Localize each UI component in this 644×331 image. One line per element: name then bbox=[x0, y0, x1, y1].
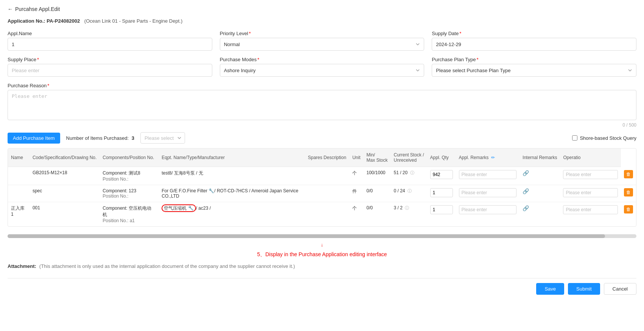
row3-internal-remarks-input[interactable] bbox=[563, 205, 618, 214]
row1-appl-remarks-link: 🔗 bbox=[520, 167, 560, 185]
form-row-2: Supply Place* Purchase Modes* Ashore Inq… bbox=[8, 57, 636, 77]
attachment-note: (This attachment is only used as the int… bbox=[39, 263, 295, 269]
row2-link-icon[interactable]: 🔗 bbox=[523, 188, 529, 194]
col-components: Components/Position No. bbox=[100, 148, 159, 167]
purchase-plan-type-group: Purchase Plan Type* Please select Purcha… bbox=[432, 57, 636, 77]
supply-place-group: Supply Place* bbox=[8, 57, 212, 77]
row3-delete-button[interactable]: 🗑 bbox=[624, 205, 633, 213]
supply-date-group: Supply Date* bbox=[432, 31, 636, 51]
save-button[interactable]: Save bbox=[536, 283, 564, 295]
row3-internal-remarks bbox=[560, 202, 621, 227]
row2-component: Component: 123 Position No.: bbox=[100, 185, 159, 202]
col-current: Current Stock /Unreceived bbox=[390, 148, 427, 167]
cancel-button[interactable]: Cancel bbox=[604, 283, 636, 295]
appl-name-label: Appl.Name bbox=[8, 31, 212, 36]
row3-appl-remarks-input[interactable] bbox=[459, 205, 517, 214]
row2-appl-remarks-input[interactable] bbox=[459, 188, 517, 197]
row1-spares bbox=[305, 167, 349, 185]
row2-eqpt: For G/E F.O.Fine Filter 🔧/ ROT-CD-7HCS /… bbox=[159, 185, 305, 202]
row3-qty bbox=[427, 202, 456, 227]
row3-info-icon: ⓘ bbox=[405, 206, 409, 210]
row1-appl-remarks bbox=[456, 167, 520, 185]
col-unit: Unit bbox=[349, 148, 363, 167]
priority-level-select[interactable]: Normal Urgent Low bbox=[220, 38, 425, 51]
row3-link-icon[interactable]: 🔗 bbox=[523, 205, 529, 211]
row1-minmax: 100/1000 bbox=[363, 167, 390, 185]
row1-operation: 🗑 bbox=[621, 167, 636, 185]
back-label: Purcahse Appl.Edit bbox=[15, 6, 60, 12]
row2-name bbox=[8, 185, 30, 202]
horizontal-scrollbar-track[interactable] bbox=[8, 234, 636, 238]
row1-qty-input[interactable] bbox=[430, 170, 453, 179]
submit-button[interactable]: Submit bbox=[568, 283, 600, 295]
appl-name-group: Appl.Name bbox=[8, 31, 212, 51]
row3-minmax: 0/0 bbox=[363, 202, 390, 227]
supply-place-input[interactable] bbox=[8, 64, 212, 77]
col-minmax: Min/Max Stock bbox=[363, 148, 390, 167]
row2-appl-remarks-link: 🔗 bbox=[520, 185, 560, 202]
table-header-row: Name Code/Specification/Drawing No. Comp… bbox=[8, 148, 636, 167]
row1-info-icon: ⓘ bbox=[410, 170, 414, 175]
row2-minmax: 0/0 bbox=[363, 185, 390, 202]
app-no-value: PA-P24082002 bbox=[47, 18, 80, 24]
row2-current: 0 / 24 ⓘ bbox=[390, 185, 427, 202]
add-purchase-item-button[interactable]: Add Purchase Item bbox=[8, 133, 60, 144]
row3-operation: 🗑 bbox=[621, 202, 636, 227]
row2-internal-remarks-input[interactable] bbox=[563, 188, 618, 197]
col-code: Code/Specification/Drawing No. bbox=[30, 148, 100, 167]
row3-appl-remarks-link: 🔗 bbox=[520, 202, 560, 227]
col-eqpt: Eqpt. Name/Type/Manufacturer bbox=[159, 148, 305, 167]
row2-qty-input[interactable] bbox=[430, 188, 453, 197]
col-appl-remarks: Appl. Remarks ✏ bbox=[456, 148, 520, 167]
app-no-desc: (Ocean Link 01 - Spare Parts - Engine De… bbox=[84, 18, 182, 24]
supply-date-input[interactable] bbox=[432, 38, 636, 51]
attachment-label: Attachment: bbox=[8, 263, 36, 269]
supply-date-label: Supply Date* bbox=[432, 31, 636, 36]
purchase-items-table: Name Code/Specification/Drawing No. Comp… bbox=[8, 148, 636, 227]
row3-appl-remarks bbox=[456, 202, 520, 227]
items-count-label: Number of Items Purchased: 3 bbox=[66, 135, 134, 141]
row1-component: Component: 测试8 Position No.: bbox=[100, 167, 159, 185]
shore-stock-checkbox[interactable] bbox=[572, 135, 577, 141]
row1-delete-button[interactable]: 🗑 bbox=[624, 170, 633, 178]
items-filter-select[interactable]: Please select bbox=[140, 132, 185, 144]
row1-link-icon[interactable]: 🔗 bbox=[523, 170, 529, 176]
char-count: 0 / 500 bbox=[8, 122, 636, 128]
row1-appl-remarks-input[interactable] bbox=[459, 170, 517, 179]
row2-delete-button[interactable]: 🗑 bbox=[624, 188, 633, 196]
purchase-reason-group: Purchase Reason* 0 / 500 bbox=[8, 83, 636, 128]
annotation-step-label: 5、Display in the Purchase Application ed… bbox=[8, 249, 636, 263]
appl-remarks-edit-icon[interactable]: ✏ bbox=[491, 155, 495, 160]
supply-place-label: Supply Place* bbox=[8, 57, 212, 62]
row3-qty-input[interactable] bbox=[430, 205, 453, 214]
priority-level-label: Priority Level* bbox=[220, 31, 425, 36]
row1-code: GB2015-M12×18 bbox=[30, 167, 100, 185]
row1-eqpt: test8/ 互海8号泵 / 无 bbox=[159, 167, 305, 185]
row2-internal-remarks bbox=[560, 185, 621, 202]
col-appl-qty: Appl. Qty bbox=[427, 148, 456, 167]
purchase-modes-select[interactable]: Ashore Inquiry Tender Direct bbox=[220, 64, 425, 77]
row2-appl-remarks bbox=[456, 185, 520, 202]
row1-name bbox=[8, 167, 30, 185]
row3-unit: 个 bbox=[349, 202, 363, 227]
app-no-row: Application No.: PA-P24082002 (Ocean Lin… bbox=[8, 18, 636, 24]
appl-name-input[interactable] bbox=[8, 38, 212, 51]
app-no-label: Application No.: bbox=[8, 18, 45, 24]
col-name: Name bbox=[8, 148, 30, 167]
row1-internal-remarks bbox=[560, 167, 621, 185]
purchase-reason-textarea[interactable] bbox=[8, 90, 636, 120]
purchase-modes-group: Purchase Modes* Ashore Inquiry Tender Di… bbox=[220, 57, 425, 77]
footer-buttons: Save Submit Cancel bbox=[8, 278, 636, 299]
row2-unit: 件 bbox=[349, 185, 363, 202]
row2-spares bbox=[305, 185, 349, 202]
back-button[interactable]: ← Purcahse Appl.Edit bbox=[8, 6, 636, 12]
horizontal-scrollbar-thumb[interactable] bbox=[8, 234, 605, 238]
shore-stock-label: Shore-based Stock Query bbox=[580, 135, 636, 141]
row2-code: spec bbox=[30, 185, 100, 202]
back-arrow-icon: ← bbox=[8, 6, 13, 12]
purchase-reason-label: Purchase Reason* bbox=[8, 83, 636, 88]
col-spares: Spares Description bbox=[305, 148, 349, 167]
row2-qty bbox=[427, 185, 456, 202]
row1-internal-remarks-input[interactable] bbox=[563, 170, 618, 179]
purchase-plan-type-select[interactable]: Please select Purchase Plan Type bbox=[432, 64, 636, 77]
